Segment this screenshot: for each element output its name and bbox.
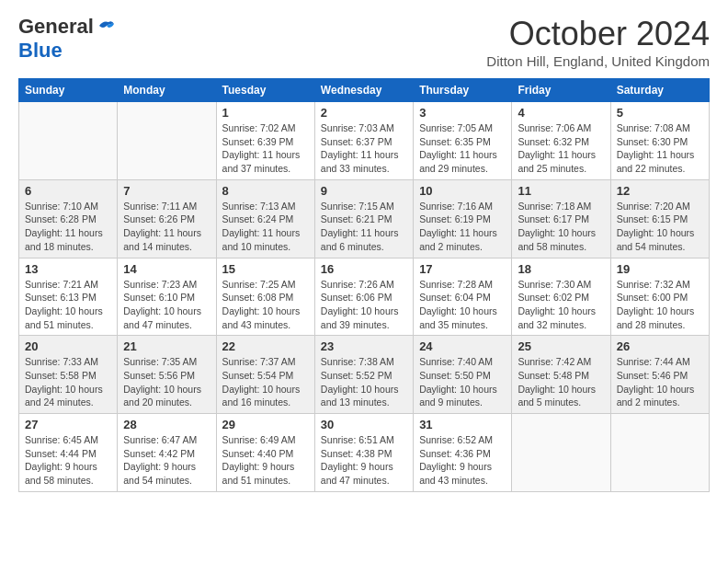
day-info: Sunrise: 6:49 AM Sunset: 4:40 PM Dayligh… bbox=[222, 433, 309, 488]
day-info: Sunrise: 7:38 AM Sunset: 5:52 PM Dayligh… bbox=[321, 355, 407, 409]
day-number: 5 bbox=[617, 106, 703, 120]
day-number: 24 bbox=[419, 339, 506, 353]
table-row bbox=[512, 414, 610, 492]
day-number: 30 bbox=[321, 418, 407, 431]
table-row: 3Sunrise: 7:05 AM Sunset: 6:35 PM Daylig… bbox=[414, 102, 512, 180]
table-row: 25Sunrise: 7:42 AM Sunset: 5:48 PM Dayli… bbox=[512, 336, 610, 414]
day-number: 29 bbox=[222, 418, 309, 431]
day-info: Sunrise: 7:13 AM Sunset: 6:24 PM Dayligh… bbox=[222, 200, 309, 254]
day-number: 1 bbox=[222, 106, 309, 120]
logo-blue: Blue bbox=[18, 39, 63, 63]
day-number: 18 bbox=[518, 262, 604, 276]
calendar-week-2: 6Sunrise: 7:10 AM Sunset: 6:28 PM Daylig… bbox=[19, 179, 710, 258]
table-row: 23Sunrise: 7:38 AM Sunset: 5:52 PM Dayli… bbox=[314, 336, 413, 414]
day-number: 17 bbox=[419, 262, 506, 276]
table-row: 22Sunrise: 7:37 AM Sunset: 5:54 PM Dayli… bbox=[216, 336, 314, 414]
table-row: 6Sunrise: 7:10 AM Sunset: 6:28 PM Daylig… bbox=[19, 179, 118, 258]
table-row: 16Sunrise: 7:26 AM Sunset: 6:06 PM Dayli… bbox=[314, 258, 413, 336]
col-friday: Friday bbox=[512, 79, 610, 102]
day-info: Sunrise: 6:51 AM Sunset: 4:38 PM Dayligh… bbox=[321, 433, 407, 488]
table-row bbox=[610, 414, 709, 492]
col-tuesday: Tuesday bbox=[216, 79, 314, 102]
day-number: 12 bbox=[617, 184, 703, 198]
table-row: 11Sunrise: 7:18 AM Sunset: 6:17 PM Dayli… bbox=[512, 179, 610, 258]
day-info: Sunrise: 7:18 AM Sunset: 6:17 PM Dayligh… bbox=[518, 200, 604, 254]
day-number: 27 bbox=[25, 418, 111, 431]
table-row: 12Sunrise: 7:20 AM Sunset: 6:15 PM Dayli… bbox=[610, 179, 709, 258]
day-number: 7 bbox=[123, 184, 210, 198]
day-info: Sunrise: 7:30 AM Sunset: 6:02 PM Dayligh… bbox=[518, 278, 604, 332]
col-sunday: Sunday bbox=[19, 79, 118, 102]
table-row: 27Sunrise: 6:45 AM Sunset: 4:44 PM Dayli… bbox=[19, 414, 118, 492]
table-row: 31Sunrise: 6:52 AM Sunset: 4:36 PM Dayli… bbox=[414, 414, 512, 492]
day-info: Sunrise: 7:26 AM Sunset: 6:06 PM Dayligh… bbox=[321, 278, 407, 332]
day-info: Sunrise: 7:02 AM Sunset: 6:39 PM Dayligh… bbox=[222, 121, 309, 176]
day-info: Sunrise: 7:23 AM Sunset: 6:10 PM Dayligh… bbox=[123, 278, 210, 332]
title-section: October 2024 Ditton Hill, England, Unite… bbox=[486, 15, 710, 69]
table-row: 20Sunrise: 7:33 AM Sunset: 5:58 PM Dayli… bbox=[19, 336, 118, 414]
day-info: Sunrise: 7:32 AM Sunset: 6:00 PM Dayligh… bbox=[617, 278, 703, 332]
col-saturday: Saturday bbox=[610, 79, 709, 102]
day-number: 8 bbox=[222, 184, 309, 198]
table-row: 14Sunrise: 7:23 AM Sunset: 6:10 PM Dayli… bbox=[118, 258, 216, 336]
table-row: 4Sunrise: 7:06 AM Sunset: 6:32 PM Daylig… bbox=[512, 102, 610, 180]
day-number: 4 bbox=[518, 106, 604, 120]
table-row: 18Sunrise: 7:30 AM Sunset: 6:02 PM Dayli… bbox=[512, 258, 610, 336]
table-row: 5Sunrise: 7:08 AM Sunset: 6:30 PM Daylig… bbox=[610, 102, 709, 180]
day-number: 11 bbox=[518, 184, 604, 198]
day-number: 2 bbox=[321, 106, 407, 120]
calendar-week-1: 1Sunrise: 7:02 AM Sunset: 6:39 PM Daylig… bbox=[19, 102, 710, 180]
table-row: 28Sunrise: 6:47 AM Sunset: 4:42 PM Dayli… bbox=[118, 414, 216, 492]
col-monday: Monday bbox=[118, 79, 216, 102]
logo: General Blue bbox=[18, 15, 116, 63]
col-thursday: Thursday bbox=[414, 79, 512, 102]
table-row: 21Sunrise: 7:35 AM Sunset: 5:56 PM Dayli… bbox=[118, 336, 216, 414]
table-row bbox=[19, 102, 118, 180]
day-info: Sunrise: 7:05 AM Sunset: 6:35 PM Dayligh… bbox=[419, 121, 506, 176]
table-row: 19Sunrise: 7:32 AM Sunset: 6:00 PM Dayli… bbox=[610, 258, 709, 336]
table-row: 15Sunrise: 7:25 AM Sunset: 6:08 PM Dayli… bbox=[216, 258, 314, 336]
table-row: 29Sunrise: 6:49 AM Sunset: 4:40 PM Dayli… bbox=[216, 414, 314, 492]
day-number: 22 bbox=[222, 339, 309, 353]
day-info: Sunrise: 7:25 AM Sunset: 6:08 PM Dayligh… bbox=[222, 278, 309, 332]
day-number: 19 bbox=[617, 262, 703, 276]
day-info: Sunrise: 6:45 AM Sunset: 4:44 PM Dayligh… bbox=[25, 433, 111, 488]
day-info: Sunrise: 7:08 AM Sunset: 6:30 PM Dayligh… bbox=[617, 121, 703, 176]
day-info: Sunrise: 7:20 AM Sunset: 6:15 PM Dayligh… bbox=[617, 200, 703, 254]
day-info: Sunrise: 6:52 AM Sunset: 4:36 PM Dayligh… bbox=[419, 433, 506, 488]
day-info: Sunrise: 7:03 AM Sunset: 6:37 PM Dayligh… bbox=[321, 121, 407, 176]
day-info: Sunrise: 7:40 AM Sunset: 5:50 PM Dayligh… bbox=[419, 355, 506, 409]
table-row: 10Sunrise: 7:16 AM Sunset: 6:19 PM Dayli… bbox=[414, 179, 512, 258]
table-row: 2Sunrise: 7:03 AM Sunset: 6:37 PM Daylig… bbox=[314, 102, 413, 180]
table-row: 9Sunrise: 7:15 AM Sunset: 6:21 PM Daylig… bbox=[314, 179, 413, 258]
table-row: 13Sunrise: 7:21 AM Sunset: 6:13 PM Dayli… bbox=[19, 258, 118, 336]
day-number: 31 bbox=[419, 418, 506, 431]
calendar-week-3: 13Sunrise: 7:21 AM Sunset: 6:13 PM Dayli… bbox=[19, 258, 710, 336]
table-row: 7Sunrise: 7:11 AM Sunset: 6:26 PM Daylig… bbox=[118, 179, 216, 258]
day-info: Sunrise: 7:15 AM Sunset: 6:21 PM Dayligh… bbox=[321, 200, 407, 254]
table-row: 1Sunrise: 7:02 AM Sunset: 6:39 PM Daylig… bbox=[216, 102, 314, 180]
day-number: 16 bbox=[321, 262, 407, 276]
calendar-week-4: 20Sunrise: 7:33 AM Sunset: 5:58 PM Dayli… bbox=[19, 336, 710, 414]
day-info: Sunrise: 7:42 AM Sunset: 5:48 PM Dayligh… bbox=[518, 355, 604, 409]
logo-general: General bbox=[18, 15, 94, 39]
day-number: 13 bbox=[25, 262, 111, 276]
day-number: 21 bbox=[123, 339, 210, 353]
day-info: Sunrise: 7:21 AM Sunset: 6:13 PM Dayligh… bbox=[25, 278, 111, 332]
col-wednesday: Wednesday bbox=[314, 79, 413, 102]
day-info: Sunrise: 7:06 AM Sunset: 6:32 PM Dayligh… bbox=[518, 121, 604, 176]
day-number: 25 bbox=[518, 339, 604, 353]
calendar: Sunday Monday Tuesday Wednesday Thursday… bbox=[18, 78, 710, 492]
table-row: 17Sunrise: 7:28 AM Sunset: 6:04 PM Dayli… bbox=[414, 258, 512, 336]
table-row: 26Sunrise: 7:44 AM Sunset: 5:46 PM Dayli… bbox=[610, 336, 709, 414]
calendar-week-5: 27Sunrise: 6:45 AM Sunset: 4:44 PM Dayli… bbox=[19, 414, 710, 492]
day-number: 6 bbox=[25, 184, 111, 198]
calendar-header-row: Sunday Monday Tuesday Wednesday Thursday… bbox=[19, 79, 710, 102]
day-number: 28 bbox=[123, 418, 210, 431]
day-number: 23 bbox=[321, 339, 407, 353]
location: Ditton Hill, England, United Kingdom bbox=[486, 53, 710, 69]
day-info: Sunrise: 7:44 AM Sunset: 5:46 PM Dayligh… bbox=[617, 355, 703, 409]
day-number: 26 bbox=[617, 339, 703, 353]
day-info: Sunrise: 7:16 AM Sunset: 6:19 PM Dayligh… bbox=[419, 200, 506, 254]
day-number: 10 bbox=[419, 184, 506, 198]
